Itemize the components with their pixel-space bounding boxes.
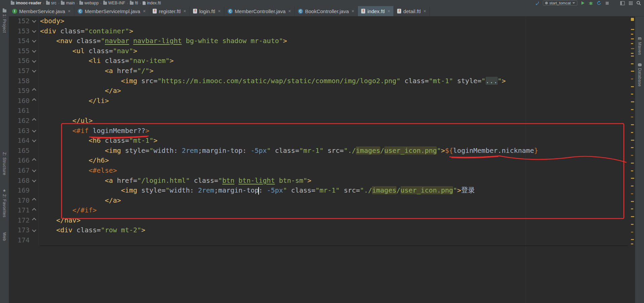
fold-end-icon[interactable] xyxy=(32,208,36,212)
code-line[interactable]: 159 </a> xyxy=(9,86,630,96)
layout-icon[interactable] xyxy=(620,0,625,6)
warning-mark[interactable] xyxy=(631,239,634,240)
fold-collapse-icon[interactable] xyxy=(32,168,36,172)
stop-icon[interactable] xyxy=(604,0,610,6)
fold-collapse-icon[interactable] xyxy=(32,38,36,43)
fold-end-icon[interactable] xyxy=(32,88,36,93)
code-line[interactable]: 166 </h6> xyxy=(9,156,630,166)
warning-mark[interactable] xyxy=(631,71,634,72)
warning-mark[interactable] xyxy=(631,147,634,148)
warning-mark[interactable] xyxy=(631,232,633,233)
warning-mark[interactable] xyxy=(631,193,633,194)
tab-index-ftl[interactable]: findex.ftl× xyxy=(358,6,394,16)
code-line[interactable]: 167 <#else> xyxy=(9,166,630,176)
fold-collapse-icon[interactable] xyxy=(32,68,36,73)
close-icon[interactable]: × xyxy=(143,9,146,13)
code-line[interactable]: 173 <div class="row mt-2"> xyxy=(9,225,630,235)
warning-mark[interactable] xyxy=(631,109,634,110)
breadcrumb-item[interactable]: imooc-reader xyxy=(11,1,41,5)
warning-mark[interactable] xyxy=(631,132,633,133)
code-line[interactable]: 158 <img src="https://m.imooc.com/static… xyxy=(9,76,630,86)
close-icon[interactable]: × xyxy=(387,9,390,13)
close-icon[interactable]: × xyxy=(68,9,71,13)
search-icon[interactable] xyxy=(636,0,641,6)
code-line[interactable]: 152<body> xyxy=(9,16,630,26)
code-line[interactable]: 161 xyxy=(9,106,630,116)
code-line[interactable]: 160 </li> xyxy=(9,96,630,106)
close-icon[interactable]: × xyxy=(288,9,291,13)
code-line[interactable]: 165 <img style="width: 2rem;margin-top: … xyxy=(9,146,630,156)
tab-detail-ftl[interactable]: fdetail.ftl× xyxy=(394,6,430,16)
fold-collapse-icon[interactable] xyxy=(32,138,36,142)
fold-end-icon[interactable] xyxy=(32,158,36,162)
warning-mark[interactable] xyxy=(631,124,634,125)
run-icon[interactable] xyxy=(580,0,585,6)
fold-collapse-icon[interactable] xyxy=(32,58,36,63)
grid-icon[interactable] xyxy=(628,0,633,6)
warning-mark[interactable] xyxy=(631,34,633,35)
tab-login-ftl[interactable]: flogin.ftl× xyxy=(190,6,224,16)
tool-button-2-favorites[interactable]: ★2: Favorites xyxy=(0,189,9,217)
gutter-line-number[interactable]: 166 xyxy=(9,156,30,166)
fold-collapse-icon[interactable] xyxy=(32,128,36,133)
inspection-indicator[interactable] xyxy=(631,18,634,21)
warning-mark[interactable] xyxy=(631,201,634,202)
gutter-line-number[interactable]: 152 xyxy=(9,16,30,26)
warning-mark[interactable] xyxy=(631,140,634,141)
gutter-line-number[interactable]: 162 xyxy=(9,116,30,126)
breadcrumb-item[interactable]: src xyxy=(46,1,56,5)
gutter-line-number[interactable]: 163 xyxy=(9,126,30,136)
gutter-line-number[interactable]: 167 xyxy=(9,166,30,176)
code-line[interactable]: 174 xyxy=(9,235,630,245)
gutter-line-number[interactable]: 154 xyxy=(9,36,30,46)
warning-mark[interactable] xyxy=(631,186,634,187)
fold-end-icon[interactable] xyxy=(32,198,36,202)
coverage-icon[interactable] xyxy=(596,0,602,6)
warning-mark[interactable] xyxy=(631,216,634,217)
warning-mark[interactable] xyxy=(631,208,633,209)
tab-bookcontroller-java[interactable]: CBookController.java× xyxy=(295,6,358,16)
gutter-line-number[interactable]: 160 xyxy=(9,96,30,106)
gutter-line-number[interactable]: 174 xyxy=(9,235,30,245)
gutter-line-number[interactable]: 164 xyxy=(9,136,30,146)
tool-button-z-structure[interactable]: Z: Structure xyxy=(0,152,9,175)
breadcrumb-item[interactable]: index.ftl xyxy=(143,1,161,5)
gutter-line-number[interactable]: 169 xyxy=(9,186,30,196)
code-line[interactable]: 162 </ul> xyxy=(9,116,630,126)
warning-mark[interactable] xyxy=(631,48,634,49)
tool-button-database[interactable]: Database xyxy=(635,63,644,87)
gutter-line-number[interactable]: 173 xyxy=(9,225,30,235)
gutter-line-number[interactable]: 158 xyxy=(9,76,30,86)
gutter-line-number[interactable]: 168 xyxy=(9,176,30,186)
breadcrumb-item[interactable]: WEB-INF xyxy=(103,1,125,5)
gutter-line-number[interactable]: 153 xyxy=(9,26,30,36)
breadcrumb-item[interactable]: main xyxy=(61,1,75,5)
fold-collapse-icon[interactable] xyxy=(32,178,36,182)
warning-mark[interactable] xyxy=(631,78,633,79)
fold-end-icon[interactable] xyxy=(32,218,36,222)
fold-collapse-icon[interactable] xyxy=(32,228,36,232)
warning-mark[interactable] xyxy=(631,53,634,54)
tab-memberservice-java[interactable]: IMemberService.java× xyxy=(9,6,74,16)
code-line[interactable]: 154 <nav class="navbar navbar-light bg-w… xyxy=(9,36,630,46)
code-line[interactable]: 168 <a href="/login.html" class="btn btn… xyxy=(9,176,630,186)
code-line[interactable]: 155 <ul class="nav"> xyxy=(9,46,630,56)
warning-mark[interactable] xyxy=(631,86,634,87)
fold-collapse-icon[interactable] xyxy=(32,48,36,53)
code-line[interactable]: 157 <a href="/"> xyxy=(9,66,630,76)
fold-collapse-icon[interactable] xyxy=(32,19,36,23)
warning-mark[interactable] xyxy=(631,63,634,64)
run-config-selector[interactable]: start_tomcat xyxy=(543,0,577,6)
code-line[interactable]: 156 <li class="nav-item"> xyxy=(9,56,630,66)
gutter-line-number[interactable]: 159 xyxy=(9,86,30,96)
tab-register-ftl[interactable]: fregister.ftl× xyxy=(149,6,190,16)
warning-mark[interactable] xyxy=(631,43,633,44)
code-line[interactable]: 169 <img style="width: 2rem;margin-top: … xyxy=(9,186,630,196)
warning-mark[interactable] xyxy=(631,38,634,39)
tab-membercontroller-java[interactable]: CMemberController.java× xyxy=(224,6,295,16)
gutter-line-number[interactable]: 171 xyxy=(9,205,30,215)
debug-icon[interactable] xyxy=(588,0,594,6)
editor[interactable]: 152<body>153<div class="container">154 <… xyxy=(9,16,630,303)
breadcrumb-item[interactable]: ftl xyxy=(130,1,138,5)
code-line[interactable]: 163 <#if loginMember??> xyxy=(9,126,630,136)
